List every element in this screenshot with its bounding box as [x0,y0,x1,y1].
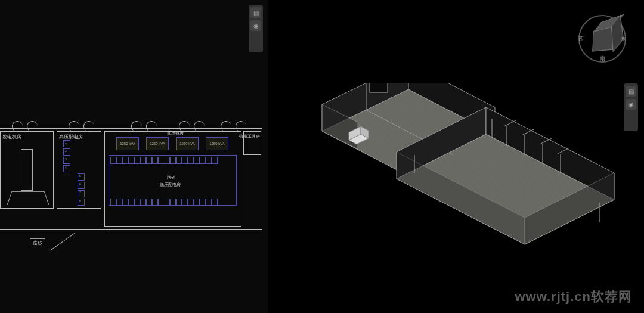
door-icon [131,121,142,132]
iso-model[interactable] [304,83,626,262]
lv-units-top [110,157,218,164]
hv-cabinet: 2 [63,148,70,156]
watermark-text: www.rjtj.cn软荐网 [515,288,632,306]
hv-cabinet: 4 [63,165,70,172]
hv-cabinet: 3 [63,157,70,164]
door-icon [194,121,205,132]
hv-cabinet: 7 [78,190,85,197]
door-icon [12,121,23,132]
nav-button[interactable]: ◉ [250,20,261,31]
iso-building-svg [304,83,626,274]
room-label: 低压配电房 [160,182,181,188]
transformer: 1250 kVA [116,137,139,150]
compass-south-label: 南 [600,55,605,63]
room-label: 值班工具房 [239,134,260,140]
transformer: 1250 kVA [176,137,199,150]
room-label: 发电机房 [2,134,21,140]
hv-cabinet: 5 [78,173,85,181]
viewport-3d-iso[interactable]: 南 东 西 ▤ ◉ [268,0,644,313]
lv-units-bottom [110,199,218,206]
door-icon [221,121,231,132]
nav-button[interactable]: ▤ [626,86,636,97]
hv-cabinet: 1 [63,140,70,147]
viewport-2d-plan[interactable]: ▤ ◉ 发电机房 高压配电房 1 2 3 4 5 6 7 8 变压器房 [0,0,268,313]
generator-equipment [21,149,33,191]
door-icon [236,121,246,132]
transformer: 1250 kVA [146,137,169,150]
trench-label: 路砂 [167,175,175,181]
door-icon [146,121,157,132]
transformer: 1250 kVA [206,137,228,150]
cable-trench-label: 路砂 [30,238,45,247]
door-icon [69,121,79,132]
door-icon [27,121,38,132]
room-tool: 值班工具房 [243,131,261,155]
compass-east-label: 东 [621,35,626,43]
hv-cabinet: 6 [78,182,85,189]
hv-cabinet: 8 [78,199,85,206]
svg-rect-11 [370,83,388,92]
compass-west-label: 西 [578,35,584,43]
nav-button[interactable]: ◉ [626,99,636,110]
nav-button[interactable]: ▤ [250,7,261,18]
floor-plan: 发电机房 高压配电房 1 2 3 4 5 6 7 8 变压器房 1250 kVA… [0,92,262,241]
room-label: 高压配电房 [59,134,83,140]
door-icon [83,121,94,132]
nav-bar-left: ▤ ◉ [249,5,263,52]
view-cube[interactable]: 南 东 西 [578,15,626,63]
door-icon [179,121,190,132]
